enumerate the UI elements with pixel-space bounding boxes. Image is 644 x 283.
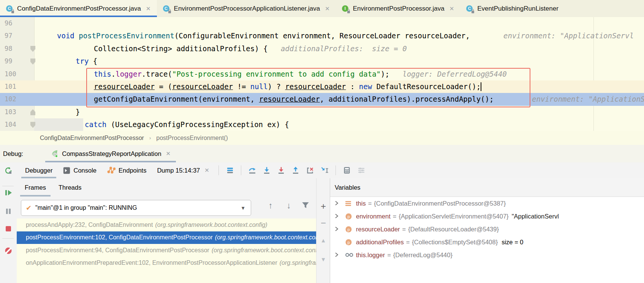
breadcrumb-method[interactable]: postProcessEnvironment(): [156, 135, 228, 142]
code-line-101[interactable]: 101resourceLoader = (resourceLoader != n…: [0, 80, 644, 93]
chevron-down-icon: ▼: [241, 205, 245, 211]
thread-selector-value: "main"@1 in group "main": RUNNING: [35, 204, 137, 211]
expand-chevron-icon[interactable]: [335, 226, 340, 233]
close-icon[interactable]: ✕: [325, 5, 330, 12]
fold-marker-icon[interactable]: [30, 58, 35, 64]
code-text: Collection<String> additionalProfiles) {…: [94, 42, 407, 55]
tab-frames[interactable]: Frames: [20, 178, 51, 197]
tab-console[interactable]: Console: [58, 162, 102, 178]
line-number[interactable]: 99: [5, 55, 12, 68]
resume-button[interactable]: [4, 189, 13, 197]
expand-chevron-icon[interactable]: [335, 213, 340, 220]
show-execution-point-button[interactable]: [226, 166, 234, 175]
breadcrumb-class[interactable]: ConfigDataEnvironmentPostProcessor: [40, 135, 144, 142]
variable-row[interactable]: presourceLoader={DefaultResourceLoader@5…: [330, 223, 644, 236]
spring-boot-icon: [51, 149, 59, 158]
tab-endpoints[interactable]: Endpoints: [102, 162, 152, 178]
tab-debugger[interactable]: Debugger: [20, 162, 58, 178]
inline-debug-hint: environment: "ApplicationServl: [503, 30, 634, 42]
code-line-97[interactable]: 97void postProcessEnvironment(Configurab…: [0, 30, 644, 42]
mute-breakpoints-button[interactable]: [4, 247, 13, 255]
endpoints-icon: [107, 166, 116, 175]
scroll-up-icon[interactable]: ▲: [316, 236, 330, 245]
expand-chevron-icon[interactable]: [335, 252, 340, 259]
evaluate-expression-button[interactable]: [343, 166, 351, 175]
rerun-button[interactable]: [4, 167, 13, 175]
filter-icon[interactable]: [301, 201, 310, 210]
pause-button[interactable]: [4, 207, 13, 215]
tab-event-publishing-run-listener[interactable]: C EventPublishingRunListener: [460, 0, 565, 17]
line-number[interactable]: 103: [5, 106, 16, 118]
line-number[interactable]: 101: [5, 80, 16, 93]
fold-marker-icon[interactable]: [30, 46, 35, 52]
frame-row[interactable]: postProcessEnvironment:94, ConfigDataEnv…: [17, 244, 316, 257]
divider: [2, 186, 14, 186]
watch-toolbar: + − ▲ ▼: [316, 178, 330, 283]
debug-label: Debug:: [3, 150, 23, 157]
breadcrumb-separator-icon: ›: [149, 135, 151, 141]
line-number[interactable]: 96: [5, 17, 12, 30]
step-out-button[interactable]: [291, 166, 300, 175]
frame-row[interactable]: processAndApply:232, ConfigDataEnvironme…: [17, 219, 316, 231]
close-icon[interactable]: ✕: [166, 150, 171, 157]
previous-frame-button[interactable]: ↑: [266, 201, 275, 210]
next-frame-button[interactable]: ↓: [284, 201, 293, 210]
line-number[interactable]: 98: [5, 42, 12, 55]
variable-row[interactable]: padditionalProfiles={Collections$EmptySe…: [330, 236, 644, 248]
code-line-104[interactable]: 104catch (UseLegacyConfigProcessingExcep…: [0, 118, 644, 131]
force-step-into-button[interactable]: [277, 166, 285, 175]
add-watch-button[interactable]: +: [316, 202, 330, 211]
expand-chevron-icon[interactable]: [335, 200, 340, 207]
tab-threads[interactable]: Threads: [54, 178, 86, 197]
svg-text:p: p: [347, 214, 350, 219]
tab-config-data-environment-post-processor[interactable]: C ConfigDataEnvironmentPostProcessor.jav…: [0, 0, 157, 17]
line-number[interactable]: 100: [5, 68, 16, 80]
tab-environment-post-processor[interactable]: I EnvironmentPostProcessor.java ✕: [336, 0, 460, 17]
tab-label: Endpoints: [119, 167, 146, 174]
scroll-down-icon[interactable]: ▼: [316, 255, 330, 264]
code-line-100[interactable]: 100this.logger.trace("Post-processing en…: [0, 68, 644, 80]
code-line-98[interactable]: 98Collection<String> additionalProfiles)…: [0, 42, 644, 55]
tab-dump[interactable]: Dump 15:14:37 ✕: [152, 162, 214, 178]
frame-location: postProcessEnvironment:102, ConfigDataEn…: [26, 234, 213, 241]
stop-button[interactable]: [4, 225, 13, 233]
frame-package: (org.springframework.boot.env): [280, 259, 316, 266]
divider: [241, 165, 241, 175]
equals: =: [393, 213, 397, 220]
step-over-button[interactable]: [248, 166, 256, 175]
debug-session-tab[interactable]: CompassStrategyReportApplication ✕: [45, 145, 176, 162]
variable-value: {DeferredLog@5440}: [393, 252, 453, 259]
frame-row[interactable]: postProcessEnvironment:102, ConfigDataEn…: [17, 231, 316, 244]
fold-marker-icon[interactable]: [30, 109, 35, 115]
step-into-button[interactable]: [263, 166, 271, 175]
ide-window: C ConfigDataEnvironmentPostProcessor.jav…: [0, 0, 644, 283]
line-number[interactable]: 102: [5, 93, 16, 105]
frame-row[interactable]: onApplicationEnvironmentPreparedEvent:10…: [17, 257, 316, 270]
close-icon[interactable]: ✕: [204, 167, 209, 174]
param-variable-icon: p: [345, 239, 354, 245]
line-number[interactable]: 104: [5, 118, 16, 131]
class-icon: C: [466, 5, 474, 13]
tab-environment-post-processor-application-listener[interactable]: C EnvironmentPostProcessorApplicationLis…: [157, 0, 336, 17]
variable-name: additionalProfiles: [356, 239, 404, 246]
frame-package: (org.springframework.boot.context.config…: [212, 247, 316, 254]
thread-selector-dropdown[interactable]: ✔ "main"@1 in group "main": RUNNING ▼: [21, 200, 251, 216]
close-icon[interactable]: ✕: [146, 5, 151, 12]
this-variable-icon: [345, 201, 354, 206]
variable-row[interactable]: this.logger={DeferredLog@5440}: [330, 248, 644, 261]
drop-frame-button[interactable]: [306, 166, 314, 175]
code-line-102[interactable]: 102getConfigDataEnvironment(environment,…: [0, 93, 644, 105]
code-editor[interactable]: 9697void postProcessEnvironment(Configur…: [0, 17, 644, 131]
variables-list: this={ConfigDataEnvironmentPostProcessor…: [330, 197, 644, 283]
remove-watch-button[interactable]: −: [316, 219, 330, 228]
line-number[interactable]: 97: [5, 30, 12, 42]
debugger-toolbar: Debugger Console Endpoints Dump 15:14:37…: [17, 162, 644, 179]
variable-row[interactable]: this={ConfigDataEnvironmentPostProcessor…: [330, 197, 644, 210]
code-line-103[interactable]: 103}: [0, 106, 644, 118]
code-line-96[interactable]: 96: [0, 17, 644, 30]
run-to-cursor-button[interactable]: [320, 166, 329, 175]
code-line-99[interactable]: 99try {: [0, 55, 644, 68]
layout-settings-button[interactable]: [357, 166, 366, 175]
variable-row[interactable]: penvironment={ApplicationServletEnvironm…: [330, 210, 644, 223]
close-icon[interactable]: ✕: [449, 5, 454, 12]
